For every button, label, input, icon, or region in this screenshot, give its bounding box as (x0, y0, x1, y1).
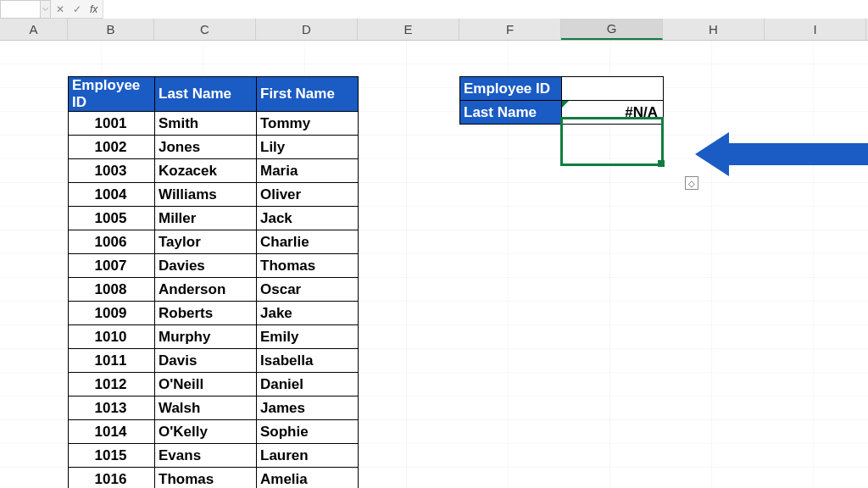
header-empid[interactable]: Employee ID (69, 77, 155, 112)
name-box[interactable] (0, 0, 41, 19)
cell-firstname[interactable]: Lily (257, 136, 359, 159)
cell-empid[interactable]: 1014 (69, 420, 155, 444)
table-row: 1016ThomasAmelia (69, 468, 359, 489)
cell-lastname[interactable]: Murphy (155, 325, 257, 349)
formula-bar: ✕ ✓ fx (0, 0, 868, 19)
lookup-table: Employee ID Last Name #N/A (459, 76, 664, 125)
cell-firstname[interactable]: Amelia (257, 468, 359, 489)
cell-empid[interactable]: 1006 (69, 230, 155, 254)
lookup-label-lastname[interactable]: Last Name (460, 101, 562, 125)
cell-lastname[interactable]: Walsh (155, 396, 257, 420)
column-headers: A B C D E F G H I (0, 19, 868, 41)
cell-firstname[interactable]: James (257, 396, 359, 420)
table-row: 1011DavisIsabella (69, 349, 359, 373)
cell-empid[interactable]: 1013 (69, 396, 155, 420)
cell-firstname[interactable]: Thomas (257, 254, 359, 278)
header-lastname[interactable]: Last Name (155, 77, 257, 112)
arrow-bar (729, 143, 868, 165)
employee-table: Employee ID Last Name First Name 1001Smi… (68, 76, 359, 488)
cell-lastname[interactable]: Miller (155, 207, 257, 230)
cell-empid[interactable]: 1010 (69, 325, 155, 349)
cell-empid[interactable]: 1016 (69, 468, 155, 489)
cell-empid[interactable]: 1002 (69, 136, 155, 159)
table-row: 1003KozacekMaria (69, 159, 359, 183)
cell-empid[interactable]: 1005 (69, 207, 155, 230)
col-head-I[interactable]: I (765, 19, 866, 40)
formula-input[interactable] (103, 0, 868, 19)
table-row: 1008AndersonOscar (69, 278, 359, 302)
cell-empid[interactable]: 1009 (69, 302, 155, 325)
col-head-A[interactable]: A (0, 19, 68, 40)
cell-empid[interactable]: 1001 (69, 112, 155, 136)
cell-lastname[interactable]: Kozacek (155, 159, 257, 183)
enter-icon[interactable]: ✓ (73, 3, 81, 15)
cell-firstname[interactable]: Lauren (257, 444, 359, 468)
table-row: 1001SmithTommy (69, 112, 359, 136)
lookup-label-empid[interactable]: Employee ID (460, 77, 562, 101)
cell-lastname[interactable]: Davis (155, 349, 257, 373)
table-row: 1002JonesLily (69, 136, 359, 159)
fx-icon[interactable]: fx (90, 3, 97, 15)
cell-firstname[interactable]: Daniel (257, 373, 359, 396)
autofill-options-icon[interactable]: ◇ (685, 176, 698, 190)
col-head-D[interactable]: D (256, 19, 358, 40)
table-row: 1015EvansLauren (69, 444, 359, 468)
cell-firstname[interactable]: Oscar (257, 278, 359, 302)
lookup-row-lastname: Last Name #N/A (460, 101, 664, 125)
cell-firstname[interactable]: Charlie (257, 230, 359, 254)
cell-lastname[interactable]: Taylor (155, 230, 257, 254)
cell-lastname[interactable]: Roberts (155, 302, 257, 325)
arrow-head-icon (695, 132, 729, 176)
cell-firstname[interactable]: Jake (257, 302, 359, 325)
cell-firstname[interactable]: Jack (257, 207, 359, 230)
col-head-C[interactable]: C (154, 19, 256, 40)
col-head-G[interactable]: G (561, 19, 663, 40)
cell-empid[interactable]: 1015 (69, 444, 155, 468)
cell-empid[interactable]: 1012 (69, 373, 155, 396)
cancel-icon[interactable]: ✕ (56, 3, 64, 15)
annotation-arrow (695, 132, 868, 176)
cell-lastname[interactable]: Thomas (155, 468, 257, 489)
table-row: 1007DaviesThomas (69, 254, 359, 278)
cell-firstname[interactable]: Sophie (257, 420, 359, 444)
cell-lastname[interactable]: Anderson (155, 278, 257, 302)
cell-lastname[interactable]: Evans (155, 444, 257, 468)
table-row: 1004WilliamsOliver (69, 183, 359, 207)
table-row: 1013WalshJames (69, 396, 359, 420)
worksheet-grid[interactable]: Employee ID Last Name First Name 1001Smi… (0, 41, 868, 488)
table-row: 1006TaylorCharlie (69, 230, 359, 254)
lookup-value-empid[interactable] (562, 77, 664, 101)
col-head-H[interactable]: H (663, 19, 765, 40)
cell-empid[interactable]: 1007 (69, 254, 155, 278)
table-row: 1012O'NeillDaniel (69, 373, 359, 396)
lookup-value-lastname[interactable]: #N/A (562, 101, 664, 125)
cell-lastname[interactable]: O'Kelly (155, 420, 257, 444)
header-firstname[interactable]: First Name (257, 77, 359, 112)
cell-lastname[interactable]: Williams (155, 183, 257, 207)
cell-lastname[interactable]: O'Neill (155, 373, 257, 396)
col-head-B[interactable]: B (68, 19, 154, 40)
cell-firstname[interactable]: Maria (257, 159, 359, 183)
col-head-F[interactable]: F (459, 19, 561, 40)
col-head-E[interactable]: E (358, 19, 459, 40)
table-row: 1010MurphyEmily (69, 325, 359, 349)
cell-empid[interactable]: 1003 (69, 159, 155, 183)
table-header-row: Employee ID Last Name First Name (69, 77, 359, 112)
table-row: 1009RobertsJake (69, 302, 359, 325)
cell-empid[interactable]: 1004 (69, 183, 155, 207)
name-box-dropdown[interactable] (41, 0, 51, 19)
cell-empid[interactable]: 1008 (69, 278, 155, 302)
table-row: 1005MillerJack (69, 207, 359, 230)
cell-lastname[interactable]: Smith (155, 112, 257, 136)
cell-lastname[interactable]: Davies (155, 254, 257, 278)
cell-empid[interactable]: 1011 (69, 349, 155, 373)
cell-lastname[interactable]: Jones (155, 136, 257, 159)
cell-firstname[interactable]: Tommy (257, 112, 359, 136)
cell-firstname[interactable]: Emily (257, 325, 359, 349)
lookup-row-empid: Employee ID (460, 77, 664, 101)
cell-firstname[interactable]: Isabella (257, 349, 359, 373)
cell-firstname[interactable]: Oliver (257, 183, 359, 207)
table-row: 1014O'KellySophie (69, 420, 359, 444)
